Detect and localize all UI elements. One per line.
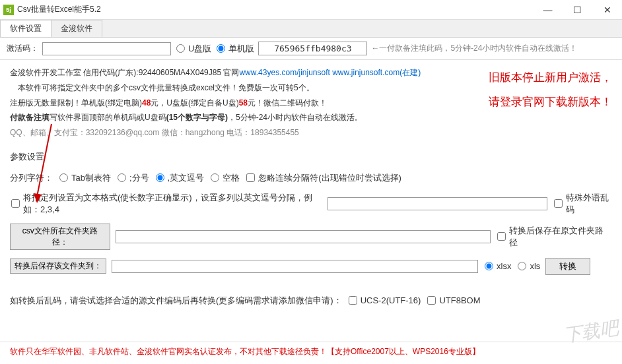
text-format-row: 将指定列设置为文本格式(使长数字正确显示)，设置多列以英文逗号分隔，例如：2,3… [0, 188, 622, 220]
radio-usb-version[interactable]: U盘版 [175, 43, 211, 55]
info-wechat: hangzhong [186, 128, 225, 137]
source-path-input[interactable] [116, 230, 491, 243]
source-path-row: csv文件所在文件夹路径： 转换后保存在原文件夹路径 [0, 220, 622, 254]
info-block: 金浚软件开发工作室 信用代码(广东):92440605MA4X049J85 官网… [0, 60, 622, 146]
titlebar: 5j Csv批量转Excel能手5.2 — ☐ ✕ [0, 0, 622, 20]
dest-path-input[interactable] [112, 260, 478, 273]
encoding-label: 如转换后乱码，请尝试选择合适的源文件编码后再转换(更多编码需求请添加微信申请)： [10, 295, 342, 307]
checkbox-ignore-consecutive[interactable]: 忽略连续分隔符(出现错位时尝试选择) [245, 172, 401, 184]
split-label: 分列字符： [10, 172, 53, 184]
maximize-button[interactable]: ☐ [563, 0, 592, 20]
radio-semicolon[interactable]: ;分号 [116, 172, 149, 184]
encoding-row: 如转换后乱码，请尝试选择合适的源文件编码后再转换(更多编码需求请添加微信申请)：… [0, 291, 622, 311]
dest-path-button[interactable]: 转换后保存该文件夹到： [10, 258, 106, 274]
checkbox-text-format[interactable]: 将指定列设置为文本格式(使长数字正确显示)，设置多列以英文逗号分隔，例如：2,3… [10, 192, 322, 216]
checkbox-ucs2[interactable]: UCS-2(UTF-16) [347, 295, 421, 305]
radio-space[interactable]: 空格 [209, 172, 240, 184]
info-credit: 金浚软件开发工作室 信用代码(广东):92440605MA4X049J85 官网 [10, 68, 239, 77]
tab-bar: 软件设置 金浚软件 [0, 20, 622, 38]
info-phone: 18934355455 [250, 128, 298, 137]
checkbox-special-lang[interactable]: 特殊外语乱码 [553, 192, 612, 216]
machine-code-display: 765965ffb4980c3 [258, 42, 367, 55]
split-char-row: 分列字符： Tab制表符 ;分号 ,英文逗号 空格 忽略连续分隔符(出现错位时尝… [0, 168, 622, 188]
activation-label: 激活码： [7, 43, 38, 54]
window-title: Csv批量转Excel能手5.2 [17, 4, 533, 15]
activation-hint: ←一付款备注填此码，5分钟-24小时内软件自动在线激活！ [371, 43, 577, 54]
footer-warning: 软件只在华军软件园、非凡软件站、金浚软件官网实名认证发布，不对其他下载途径负责！… [0, 342, 622, 357]
radio-xls[interactable]: xls [516, 261, 540, 271]
radio-standalone-version[interactable]: 单机版 [215, 43, 254, 55]
version-notice: 旧版本停止新用户激活， 请登录官网下载新版本！ [489, 65, 612, 115]
close-button[interactable]: ✕ [592, 0, 622, 20]
activation-code-input[interactable] [42, 42, 171, 55]
radio-tab[interactable]: Tab制表符 [58, 172, 111, 184]
convert-button[interactable]: 转换 [545, 258, 590, 275]
app-icon: 5j [3, 5, 14, 15]
minimize-button[interactable]: — [533, 0, 563, 20]
dest-path-row: 转换后保存该文件夹到： xlsx xls 转换 [0, 254, 622, 279]
radio-comma[interactable]: ,英文逗号 [155, 172, 205, 184]
source-path-button[interactable]: csv文件所在文件夹路径： [10, 224, 110, 250]
checkbox-save-same-path[interactable]: 转换后保存在原文件夹路径 [496, 225, 612, 249]
radio-xlsx[interactable]: xlsx [483, 261, 511, 271]
checkbox-utf8bom[interactable]: UTF8BOM [426, 295, 480, 305]
info-email: 332092136@qq.com [86, 128, 160, 137]
info-desc: 本软件可将指定文件夹中的多个csv文件批量转换成excel文件！免费版一次可转5… [18, 83, 314, 92]
params-heading: 参数设置 [0, 146, 622, 168]
activation-row: 激活码： U盘版 单机版 765965ffb4980c3 ←一付款备注填此码，5… [0, 38, 622, 60]
tab-jinjun[interactable]: 金浚软件 [51, 20, 102, 37]
info-urls: www.43yes.com/jinjunsoft www.jinjunsoft.… [239, 68, 421, 77]
tab-settings[interactable]: 软件设置 [0, 20, 52, 37]
text-columns-input[interactable] [328, 197, 547, 210]
